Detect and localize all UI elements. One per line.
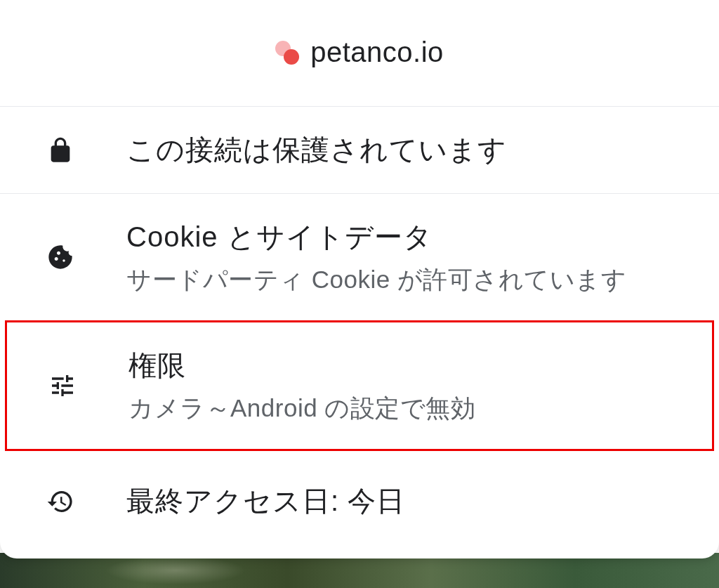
permissions-subtitle: カメラ～Android の設定で無効 — [128, 392, 475, 425]
cookies-title: Cookie とサイトデータ — [126, 218, 626, 256]
permissions-title: 権限 — [128, 346, 475, 385]
history-icon — [45, 486, 76, 517]
cookie-icon — [45, 242, 76, 273]
permissions-row[interactable]: 権限 カメラ～Android の設定で無効 — [5, 320, 714, 451]
cookies-row[interactable]: Cookie とサイトデータ サードパーティ Cookie が許可されています — [0, 193, 719, 320]
site-favicon-icon — [275, 41, 299, 65]
connection-row[interactable]: この接続は保護されています — [0, 106, 719, 193]
connection-title: この接続は保護されています — [126, 131, 507, 169]
site-info-sheet: petanco.io この接続は保護されています Cookie とサイトデータ … — [0, 0, 719, 558]
site-name: petanco.io — [310, 37, 444, 68]
cookies-subtitle: サードパーティ Cookie が許可されています — [126, 263, 626, 296]
last-access-title: 最終アクセス日: 今日 — [126, 482, 405, 521]
lock-icon — [45, 135, 76, 166]
site-header[interactable]: petanco.io — [0, 0, 719, 106]
last-access-row[interactable]: 最終アクセス日: 今日 — [0, 458, 719, 544]
tune-icon — [47, 370, 78, 401]
